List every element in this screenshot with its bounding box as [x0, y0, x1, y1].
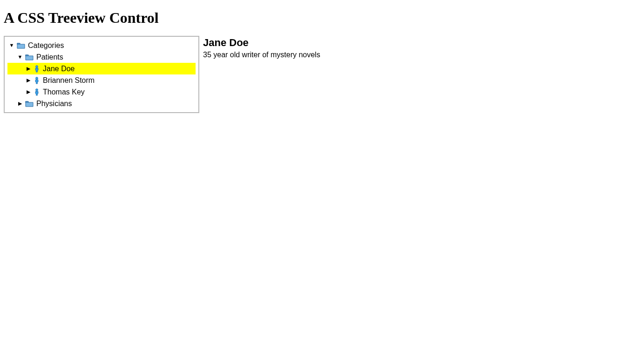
svg-rect-1 [26, 55, 28, 56]
svg-point-2 [36, 65, 38, 67]
tree-node-categories[interactable]: Categories [7, 40, 196, 51]
main-layout: Categories Patients Jane Doe [4, 36, 640, 113]
tree-node-patient-jane-doe[interactable]: Jane Doe [7, 63, 196, 74]
svg-rect-5 [26, 101, 28, 102]
svg-point-3 [36, 77, 38, 79]
tree-node-patient-thomas-key[interactable]: Thomas Key [7, 86, 196, 98]
tree-node-patient-briannen-storm[interactable]: Briannen Storm [7, 74, 196, 86]
tree-label: Patients [36, 53, 63, 61]
tree-node-physicians[interactable]: Physicians [7, 98, 196, 109]
expand-toggle-icon[interactable] [17, 101, 23, 106]
expand-toggle-icon[interactable] [8, 43, 15, 48]
svg-point-4 [36, 88, 38, 91]
page-title: A CSS Treeview Control [4, 9, 640, 27]
person-icon [34, 88, 40, 96]
tree-node-patients[interactable]: Patients [7, 51, 196, 63]
person-icon [34, 77, 40, 84]
treeview: Categories Patients Jane Doe [4, 36, 199, 113]
tree-label: Physicians [36, 100, 72, 108]
tree-label: Briannen Storm [43, 76, 95, 85]
expand-toggle-icon[interactable] [25, 66, 32, 71]
expand-toggle-icon[interactable] [25, 89, 32, 94]
detail-panel: Jane Doe 35 year old writer of mystery n… [199, 36, 432, 59]
detail-description: 35 year old writer of mystery novels [203, 51, 432, 59]
expand-toggle-icon[interactable] [25, 78, 32, 83]
folder-icon [17, 42, 25, 49]
tree-label: Thomas Key [43, 88, 85, 96]
detail-title: Jane Doe [203, 37, 432, 49]
person-icon [34, 65, 40, 73]
tree-label: Categories [28, 41, 64, 50]
tree-label: Jane Doe [43, 65, 75, 73]
folder-icon [25, 100, 34, 107]
folder-icon [25, 54, 34, 61]
expand-toggle-icon[interactable] [17, 54, 23, 60]
svg-rect-0 [17, 43, 20, 44]
